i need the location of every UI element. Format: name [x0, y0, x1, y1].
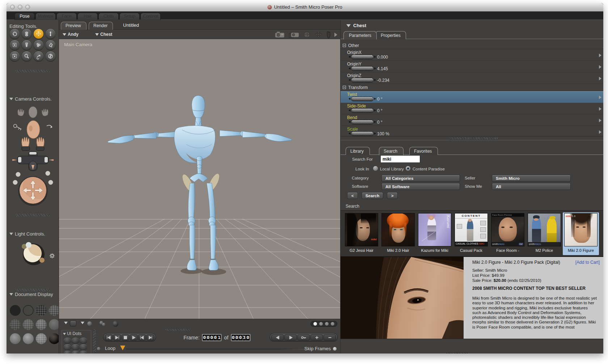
display-style-outline[interactable]	[23, 305, 34, 316]
chain-break-tool-button[interactable]	[46, 51, 55, 61]
ui-dot-7[interactable]	[64, 351, 71, 354]
body-part-menu[interactable]: Chest	[95, 32, 112, 37]
tab-library[interactable]: Library	[346, 147, 370, 155]
param-menu-arrow-icon[interactable]	[599, 96, 601, 99]
twist-tool-button[interactable]	[22, 29, 31, 39]
ui-dot-4[interactable]	[64, 344, 71, 350]
display-style-smooth-lined[interactable]	[36, 333, 47, 344]
direct-manipulation-tool-button[interactable]	[34, 51, 43, 61]
tracking-ball-icon[interactable]	[87, 321, 92, 326]
color-tool-button[interactable]	[46, 40, 55, 50]
display-style-texture-shaded[interactable]	[49, 333, 59, 344]
tab-favorites[interactable]: Favorites	[409, 147, 438, 155]
current-frame-counter[interactable]: 00001	[202, 334, 221, 341]
display-style-wireframe-dark[interactable]	[36, 305, 47, 316]
collapse-triangle-icon[interactable]	[9, 233, 13, 235]
add-to-cart-link[interactable]: [Add to Cart]	[575, 260, 600, 265]
ui-dot-9[interactable]	[80, 351, 87, 354]
search-result-3[interactable]: KazumiKazumi for Miki	[417, 212, 453, 255]
ui-dot-8[interactable]	[72, 351, 79, 354]
minus-button[interactable]	[324, 334, 336, 340]
last-button[interactable]	[113, 334, 121, 340]
display-style-hidden-line[interactable]	[10, 319, 21, 330]
camera-select-icon[interactable]	[289, 31, 300, 38]
param-row-originz[interactable]: OriginZ-0.234	[341, 72, 603, 84]
search-result-6[interactable]: smithmicroM2 Police	[526, 212, 562, 255]
camera-controls[interactable]	[9, 104, 56, 209]
search-result-5[interactable]: Face Room PreviewsmithmicroG2Face Room -	[490, 212, 526, 255]
param-dial[interactable]	[351, 78, 373, 82]
param-menu-arrow-icon[interactable]	[599, 130, 601, 134]
tab-preview[interactable]: Preview	[61, 22, 86, 30]
step-back-button[interactable]	[138, 334, 146, 340]
collapse-triangle-icon[interactable]	[9, 98, 13, 100]
shadow-ball-icon[interactable]	[113, 321, 118, 327]
next-page-button[interactable]: >	[387, 192, 398, 199]
move-control-icon[interactable]	[314, 31, 323, 39]
timeline-position-marker[interactable]	[120, 346, 125, 350]
camera-dots[interactable]	[311, 321, 337, 327]
morph-tool-button[interactable]	[34, 40, 43, 50]
selected-part-header[interactable]: Chest	[341, 23, 366, 31]
tracking-dropdown-icon[interactable]	[81, 322, 84, 324]
tab-properties[interactable]: Properties	[375, 31, 406, 39]
param-menu-arrow-icon[interactable]	[599, 77, 601, 80]
display-style-silhouette[interactable]	[10, 305, 21, 316]
timeline-track[interactable]	[126, 349, 305, 350]
rotate-tool-button[interactable]	[10, 29, 20, 39]
param-group-other[interactable]: Other	[341, 42, 603, 49]
collapse-triangle-icon[interactable]	[9, 293, 13, 296]
ui-dot-1[interactable]	[64, 338, 71, 343]
search-result-1[interactable]: mikiG2 Jessi Hair	[343, 212, 380, 255]
tracking-square-button[interactable]	[70, 321, 76, 326]
param-menu-arrow-icon[interactable]	[599, 107, 601, 111]
translate-tool-button[interactable]	[34, 29, 43, 39]
collapse-triangle-icon[interactable]	[63, 333, 66, 335]
skip-frames-toggle[interactable]	[333, 347, 337, 351]
search-result-7[interactable]: miki2.0Miki 2.0 Figure	[563, 212, 599, 255]
viewport[interactable]: Main Camera	[59, 39, 340, 319]
room-tab-content[interactable]: Content	[140, 13, 161, 20]
loop-indicator[interactable]	[97, 347, 100, 350]
display-style-wireframe-shaded[interactable]	[36, 319, 47, 330]
view-magnifier-tool-button[interactable]	[22, 51, 31, 61]
plus-button[interactable]	[311, 334, 323, 340]
param-row-twist[interactable]: Twist0 °	[341, 91, 603, 103]
taper-tool-button[interactable]	[22, 40, 31, 50]
param-menu-arrow-icon[interactable]	[599, 119, 601, 122]
room-tab-setup[interactable]: Setup	[119, 13, 140, 20]
param-dial[interactable]	[351, 55, 373, 59]
room-tab-material[interactable]: Material	[35, 13, 56, 20]
actor-menu[interactable]: Andy	[63, 32, 79, 37]
display-style-flat-lined[interactable]	[10, 333, 21, 344]
room-tab-face[interactable]: Face	[56, 13, 77, 20]
total-frame-counter[interactable]: 00030	[231, 334, 250, 341]
param-dial[interactable]	[351, 132, 373, 136]
display-style-lit-wireframe[interactable]	[23, 319, 34, 330]
radio-local-library[interactable]	[373, 166, 378, 171]
section-divider[interactable]	[16, 214, 49, 216]
prev-key-button[interactable]	[271, 334, 284, 340]
tab-search[interactable]: Search	[379, 147, 404, 155]
param-row-side-side[interactable]: Side-Side0 °	[341, 103, 603, 114]
param-dial[interactable]	[351, 97, 373, 101]
search-result-4[interactable]: CONTENTCASUAL CLOTHES MIKICasual Pack	[453, 212, 489, 255]
ui-dot-2[interactable]	[72, 338, 79, 343]
param-group-transform[interactable]: Transform	[341, 84, 603, 91]
param-row-originy[interactable]: OriginY4.145	[341, 61, 603, 72]
collapse-box-icon[interactable]	[343, 44, 346, 47]
collapse-box-icon[interactable]	[343, 86, 346, 89]
first-button[interactable]	[105, 334, 113, 340]
software-dropdown[interactable]: All Software	[381, 183, 460, 190]
display-style-flat-shaded[interactable]	[49, 319, 59, 330]
titlebar[interactable]: Untitled – Smith Micro Poser Pro	[7, 3, 603, 12]
prev-page-button[interactable]: <	[347, 192, 358, 199]
param-row-scale[interactable]: Scale100 %	[341, 126, 603, 136]
timeline-resize-grip[interactable]	[166, 329, 191, 331]
tab-render[interactable]: Render	[89, 22, 113, 30]
search-input[interactable]	[380, 155, 420, 163]
ui-dot-5[interactable]	[72, 344, 79, 350]
room-tab-pose[interactable]: Pose	[14, 13, 35, 20]
ui-dot-3[interactable]	[80, 338, 87, 343]
scale-tool-button[interactable]	[10, 40, 20, 50]
